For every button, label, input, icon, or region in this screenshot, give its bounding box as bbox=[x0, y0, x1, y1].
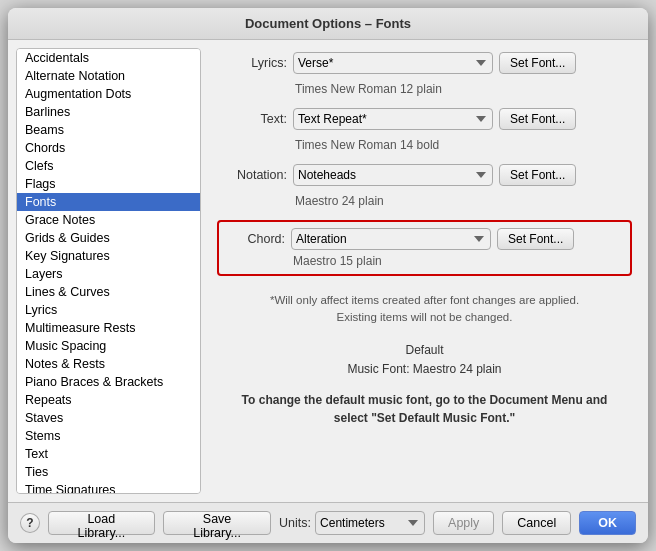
sidebar-item-lines---curves[interactable]: Lines & Curves bbox=[17, 283, 200, 301]
change-note: To change the default music font, go to … bbox=[217, 391, 632, 427]
main-panel: Lyrics: Verse* Set Font... Times New Rom… bbox=[201, 40, 648, 502]
font-note: *Will only affect items created after fo… bbox=[217, 292, 632, 327]
change-note-text: To change the default music font, go to … bbox=[242, 393, 608, 425]
ok-button[interactable]: OK bbox=[579, 511, 636, 535]
footer: ? Load Library... Save Library... Units:… bbox=[8, 502, 648, 543]
sidebar-item-piano-braces---brackets[interactable]: Piano Braces & Brackets bbox=[17, 373, 200, 391]
lyrics-label: Lyrics: bbox=[217, 56, 287, 70]
chord-row: Chord: Alteration Set Font... bbox=[227, 228, 622, 250]
lyrics-dropdown[interactable]: Verse* bbox=[293, 52, 493, 74]
sidebar-item-music-spacing[interactable]: Music Spacing bbox=[17, 337, 200, 355]
text-row: Text: Text Repeat* Set Font... bbox=[217, 108, 632, 130]
sidebar-item-layers[interactable]: Layers bbox=[17, 265, 200, 283]
units-select[interactable]: Centimeters bbox=[315, 511, 425, 535]
chord-set-font-button[interactable]: Set Font... bbox=[497, 228, 574, 250]
cancel-button[interactable]: Cancel bbox=[502, 511, 571, 535]
notation-dropdown[interactable]: Noteheads bbox=[293, 164, 493, 186]
save-library-button[interactable]: Save Library... bbox=[163, 511, 271, 535]
music-font-value: Maestro 24 plain bbox=[413, 362, 502, 376]
notation-sub-text: Maestro 24 plain bbox=[295, 194, 632, 208]
sidebar: AccidentalsAlternate NotationAugmentatio… bbox=[16, 48, 201, 494]
notation-set-font-button[interactable]: Set Font... bbox=[499, 164, 576, 186]
default-label: Default bbox=[217, 341, 632, 360]
sidebar-item-text[interactable]: Text bbox=[17, 445, 200, 463]
sidebar-item-staves[interactable]: Staves bbox=[17, 409, 200, 427]
dialog: Document Options – Fonts AccidentalsAlte… bbox=[8, 8, 648, 543]
lyrics-row: Lyrics: Verse* Set Font... bbox=[217, 52, 632, 74]
sidebar-item-chords[interactable]: Chords bbox=[17, 139, 200, 157]
notation-row: Notation: Noteheads Set Font... bbox=[217, 164, 632, 186]
sidebar-item-beams[interactable]: Beams bbox=[17, 121, 200, 139]
sidebar-item-grace-notes[interactable]: Grace Notes bbox=[17, 211, 200, 229]
dialog-content: AccidentalsAlternate NotationAugmentatio… bbox=[8, 40, 648, 502]
sidebar-item-key-signatures[interactable]: Key Signatures bbox=[17, 247, 200, 265]
units-label: Units: bbox=[279, 516, 311, 530]
music-font-label: Music Font: bbox=[347, 362, 412, 376]
sidebar-item-ties[interactable]: Ties bbox=[17, 463, 200, 481]
lyrics-sub-text: Times New Roman 12 plain bbox=[295, 82, 632, 96]
chord-section: Chord: Alteration Set Font... Maestro 15… bbox=[217, 220, 632, 276]
note-line2: Existing items will not be changed. bbox=[337, 311, 513, 323]
sidebar-item-grids---guides[interactable]: Grids & Guides bbox=[17, 229, 200, 247]
sidebar-item-time-signatures[interactable]: Time Signatures bbox=[17, 481, 200, 494]
sidebar-item-lyrics[interactable]: Lyrics bbox=[17, 301, 200, 319]
sidebar-item-accidentals[interactable]: Accidentals bbox=[17, 49, 200, 67]
chord-dropdown[interactable]: Alteration bbox=[291, 228, 491, 250]
sidebar-item-notes---rests[interactable]: Notes & Rests bbox=[17, 355, 200, 373]
note-line1: *Will only affect items created after fo… bbox=[270, 294, 579, 306]
sidebar-item-augmentation-dots[interactable]: Augmentation Dots bbox=[17, 85, 200, 103]
notation-label: Notation: bbox=[217, 168, 287, 182]
text-sub-text: Times New Roman 14 bold bbox=[295, 138, 632, 152]
chord-sub-text: Maestro 15 plain bbox=[293, 254, 622, 268]
help-button[interactable]: ? bbox=[20, 513, 40, 533]
sidebar-item-multimeasure-rests[interactable]: Multimeasure Rests bbox=[17, 319, 200, 337]
sidebar-item-fonts[interactable]: Fonts bbox=[17, 193, 200, 211]
dialog-title: Document Options – Fonts bbox=[8, 8, 648, 40]
text-set-font-button[interactable]: Set Font... bbox=[499, 108, 576, 130]
sidebar-item-alternate-notation[interactable]: Alternate Notation bbox=[17, 67, 200, 85]
text-dropdown[interactable]: Text Repeat* bbox=[293, 108, 493, 130]
text-label: Text: bbox=[217, 112, 287, 126]
default-section: Default Music Font: Maestro 24 plain bbox=[217, 341, 632, 379]
sidebar-item-stems[interactable]: Stems bbox=[17, 427, 200, 445]
sidebar-item-barlines[interactable]: Barlines bbox=[17, 103, 200, 121]
lyrics-set-font-button[interactable]: Set Font... bbox=[499, 52, 576, 74]
sidebar-item-clefs[interactable]: Clefs bbox=[17, 157, 200, 175]
load-library-button[interactable]: Load Library... bbox=[48, 511, 155, 535]
chord-label: Chord: bbox=[227, 232, 285, 246]
apply-button[interactable]: Apply bbox=[433, 511, 494, 535]
music-font-line: Music Font: Maestro 24 plain bbox=[217, 360, 632, 379]
units-group: Units: Centimeters bbox=[279, 511, 425, 535]
sidebar-item-repeats[interactable]: Repeats bbox=[17, 391, 200, 409]
sidebar-item-flags[interactable]: Flags bbox=[17, 175, 200, 193]
